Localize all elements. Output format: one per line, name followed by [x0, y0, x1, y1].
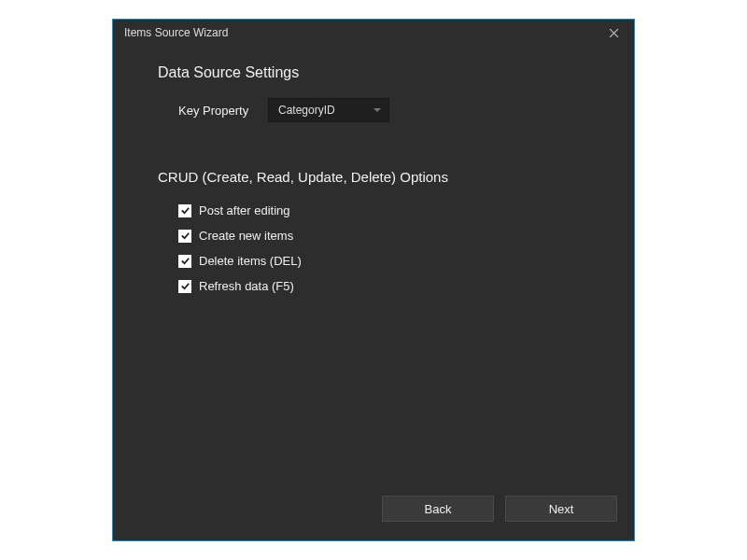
checkbox-box [178, 204, 191, 217]
next-button[interactable]: Next [505, 496, 617, 522]
crud-checkbox-group: Post after editing Create new items Dele… [178, 203, 589, 293]
dialog-footer: Back Next [113, 486, 634, 540]
chevron-down-icon [374, 108, 381, 112]
items-source-wizard-dialog: Items Source Wizard Data Source Settings… [112, 19, 635, 541]
back-button-label: Back [425, 502, 452, 516]
checkbox-post-after-editing[interactable]: Post after editing [178, 203, 589, 217]
checkbox-label: Create new items [199, 229, 293, 243]
checkbox-box [178, 230, 191, 243]
next-button-label: Next [549, 502, 574, 516]
checkbox-box [178, 280, 191, 293]
check-icon [180, 205, 190, 216]
titlebar: Items Source Wizard [113, 20, 634, 46]
checkbox-label: Delete items (DEL) [199, 254, 302, 268]
key-property-label: Key Property [178, 104, 253, 118]
key-property-dropdown[interactable]: CategoryID [268, 98, 389, 122]
close-icon [609, 28, 619, 38]
close-button[interactable] [600, 20, 627, 46]
checkbox-label: Post after editing [199, 203, 290, 217]
checkbox-box [178, 255, 191, 268]
check-icon [180, 281, 190, 291]
check-icon [180, 256, 190, 266]
check-icon [180, 231, 190, 241]
crud-options-heading: CRUD (Create, Read, Update, Delete) Opti… [158, 169, 589, 185]
checkbox-refresh-data[interactable]: Refresh data (F5) [178, 279, 589, 293]
checkbox-create-new-items[interactable]: Create new items [178, 229, 589, 243]
checkbox-label: Refresh data (F5) [199, 279, 294, 293]
key-property-value: CategoryID [278, 104, 335, 117]
back-button[interactable]: Back [382, 496, 494, 522]
key-property-row: Key Property CategoryID [178, 98, 589, 122]
data-source-settings-heading: Data Source Settings [158, 64, 589, 81]
dialog-content: Data Source Settings Key Property Catego… [113, 46, 634, 486]
checkbox-delete-items[interactable]: Delete items (DEL) [178, 254, 589, 268]
window-title: Items Source Wizard [124, 26, 228, 39]
